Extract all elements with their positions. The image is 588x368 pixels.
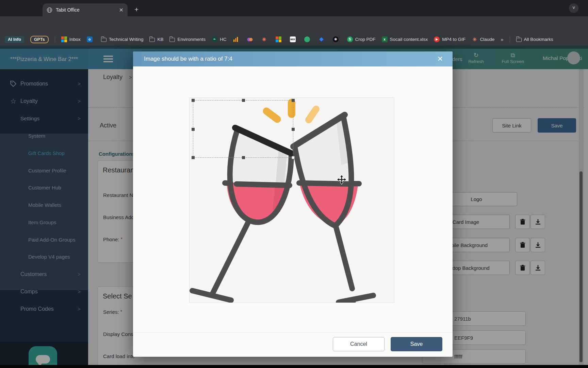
bookmark-jira[interactable] [318,36,327,42]
bookmark-technical-writing[interactable]: Technical Writing [101,37,144,42]
bookmark-gpts[interactable]: GPTs [30,36,49,43]
modal-header: Image should be with a ratio of 7:4 ✕ [133,51,453,66]
folder-icon [101,38,107,42]
bookmark-claude[interactable]: ✳ Claude [472,36,494,42]
wix-icon: WIX [290,36,296,42]
crop-handle-s[interactable] [242,156,245,159]
bookmark-environments[interactable]: Environments [169,37,206,42]
tab-favicon-globe-icon [47,7,52,13]
ms-grid-icon [276,36,281,42]
crop-modal: Image should be with a ratio of 7:4 ✕ [133,51,453,357]
bookmark-mp4-gif[interactable]: ▶ MP4 to GIF [434,36,466,42]
bookmark-green[interactable] [304,36,312,42]
crop-handle-sw[interactable] [192,156,195,159]
cloud-icon [247,36,253,42]
crop-handle-se[interactable] [292,156,295,159]
jira-icon [318,36,324,42]
new-tab-button[interactable]: + [134,6,138,13]
bookmark-kb[interactable]: KB [149,37,163,42]
red-play-icon: ▶ [434,36,440,42]
modal-cancel-button[interactable]: Cancel [333,337,385,351]
tab-search-chevron-icon[interactable]: ˅ [569,3,578,13]
bookmark-crop-pdf[interactable]: S Crop PDF [347,36,376,42]
bar-chart-icon [233,36,239,42]
bookmark-hc[interactable]: ❧ HC [212,36,227,42]
bookmarks-overflow-icon[interactable]: » [501,36,503,42]
ms-grid-icon [61,36,67,42]
browser-toolbar: ← → ↻ ⫯⫰ us-int-office.tabit-int.com/app… [0,16,588,33]
bookmark-wix[interactable]: WIX [290,36,298,42]
tab-close-icon[interactable]: ✕ [119,7,124,13]
crop-handle-n[interactable] [242,99,245,102]
tab-strip: Tabit Office ✕ + ˅ [0,0,588,16]
crop-selection[interactable] [193,100,293,158]
bookmark-inbox[interactable]: Inbox [61,36,81,42]
green-s-icon: S [347,36,353,42]
modal-title: Image should be with a ratio of 7:4 [144,56,232,62]
crop-handle-nw[interactable] [192,99,195,102]
browser-tab[interactable]: Tabit Office ✕ [43,3,128,16]
bookmark-outlook[interactable]: o [87,36,95,42]
bookmark-ms[interactable] [276,36,284,42]
bookmark-chart[interactable] [233,36,241,42]
crop-handle-w[interactable] [192,128,195,131]
leaf-icon: ❧ [212,36,217,42]
crop-canvas[interactable] [189,97,394,303]
green-circle-icon [304,36,310,42]
tab-title: Tabit Office [56,7,116,13]
folder-icon [149,38,155,42]
crop-handle-e[interactable] [292,128,295,131]
bookmarks-divider [55,36,55,43]
bookmark-hubspot[interactable]: ✳ [261,36,270,42]
claude-icon: ✳ [472,36,477,42]
bookmarks-divider [510,36,510,43]
all-bookmarks[interactable]: All Bookmarks [516,37,553,42]
bookmark-excel-file[interactable]: x Socail content.xlsx [382,36,428,42]
crop-handle-ne[interactable] [292,99,295,102]
outlook-icon: o [87,36,93,42]
folder-icon [169,38,175,42]
bottom-black-bar [0,365,588,368]
bookmarks-bar: AI Info GPTs Inbox o Technical Writing K… [0,33,588,45]
modal-footer-divider [133,332,453,333]
folder-icon [516,38,522,42]
bookmark-chatgpt[interactable]: ✳ [333,36,341,42]
hubspot-icon: ✳ [261,36,267,42]
modal-save-button[interactable]: Save [391,337,442,351]
modal-close-icon[interactable]: ✕ [437,55,443,63]
browser-window: Tabit Office ✕ + ˅ ← → ↻ ⫯⫰ us-int-offic… [0,0,588,368]
excel-icon: x [382,36,388,42]
move-cursor-icon [337,174,347,186]
bookmark-ai-info[interactable]: AI Info [5,36,24,43]
bookmark-cloud[interactable] [247,36,255,42]
chatgpt-icon: ✳ [333,36,339,42]
